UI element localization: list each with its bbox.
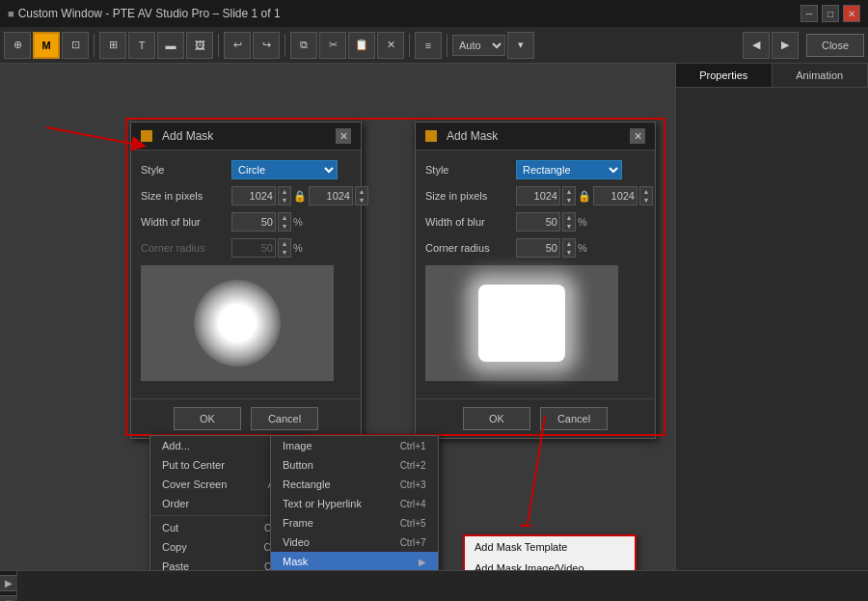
dialog-2-size-w-spinner[interactable]: ▲▼ [562, 186, 576, 205]
dialog-2-preview [425, 265, 618, 381]
tab-animation[interactable]: Animation [773, 64, 869, 87]
mask-template[interactable]: Add Mask Template [465, 536, 635, 558]
zoom-select[interactable]: Auto 100% 75% 50% [452, 35, 505, 56]
dialog-1-size-w-spinner[interactable]: ▲▼ [278, 186, 291, 205]
dialog-2-size-h-spinner[interactable]: ▲▼ [639, 186, 653, 205]
preview-rectangle [478, 285, 565, 362]
dialog-1-style-label: Style [141, 164, 226, 176]
dialog-1-title-bar[interactable]: Add Mask ✕ [131, 123, 361, 150]
nav-prev[interactable]: ◀ [743, 32, 770, 59]
submenu-frame[interactable]: Frame Ctrl+5 [271, 513, 438, 533]
dialog-2-blur-spinner[interactable]: ▲▼ [562, 212, 576, 232]
dialog-1-size-label: Size in pixels [141, 190, 226, 202]
dialog-1-close[interactable]: ✕ [336, 128, 351, 144]
tool-grid[interactable]: ⊞ [99, 32, 126, 59]
dialog-1-size-w[interactable] [231, 186, 276, 205]
tool-align[interactable]: ≡ [415, 32, 442, 59]
tool-delete[interactable]: ✕ [377, 32, 404, 59]
submenu-rectangle[interactable]: Rectangle Ctrl+3 [271, 475, 438, 494]
submenu-rectangle-label: Rectangle [283, 478, 331, 490]
close-button[interactable]: ✕ [843, 5, 860, 22]
dialog-2-size-label: Size in pixels [425, 190, 510, 202]
add-mask-dialog-2: Add Mask ✕ Style Circle Rectangle Size i… [415, 122, 656, 439]
slide-area: Add Mask ✕ Style Circle Rectangle Size i… [0, 64, 675, 570]
dialog-1-corner-spinner: ▲▼ [278, 238, 291, 258]
add-submenu: Image Ctrl+1 Button Ctrl+2 Rectangle Ctr… [270, 435, 439, 570]
submenu-button-shortcut: Ctrl+2 [400, 460, 426, 471]
dialog-2-blur-row: Width of blur ▲▼ % [425, 212, 645, 232]
minimize-button[interactable]: ─ [800, 5, 818, 22]
tab-properties[interactable]: Properties [676, 64, 773, 87]
submenu-frame-shortcut: Ctrl+5 [400, 518, 426, 529]
dialog-2-close[interactable]: ✕ [630, 128, 645, 144]
right-panel: Properties Animation [675, 64, 868, 570]
dialog-2-blur-input[interactable] [516, 212, 560, 232]
menu-cut-label: Cut [162, 522, 178, 533]
tool-image[interactable]: 🖼 [186, 32, 213, 59]
maximize-button[interactable]: □ [822, 5, 839, 22]
submenu-mask[interactable]: Mask ▶ [271, 552, 438, 570]
tool-mask[interactable]: M [33, 32, 60, 59]
dialog-2-title-bar[interactable]: Add Mask ✕ [416, 123, 655, 150]
tool-text[interactable]: T [128, 32, 155, 59]
submenu-video[interactable]: Video Ctrl+7 [271, 533, 438, 552]
dialog-2-size-h[interactable] [593, 186, 637, 205]
dialog-1-cancel[interactable]: Cancel [251, 407, 318, 430]
submenu-mask-arrow: ▶ [419, 557, 426, 567]
dialog-2-corner-inputs: ▲▼ % [516, 238, 587, 258]
tool-cut[interactable]: ✂ [319, 32, 346, 59]
dialog-1-blur-spinner[interactable]: ▲▼ [278, 212, 291, 232]
dialog-1-corner-pct: % [293, 242, 303, 254]
dialog-2-size-row: Size in pixels ▲▼ 🔒 ▲▼ [425, 186, 645, 205]
tool-frame[interactable]: ⊡ [62, 32, 89, 59]
dialog-1-size-row: Size in pixels ▲▼ 🔒 ▲▼ [141, 186, 351, 205]
add-mask-dialog-1: Add Mask ✕ Style Circle Rectangle Size i… [130, 122, 362, 439]
dialog-1-corner-label: Corner radius [141, 242, 226, 254]
dialog-2-style-select[interactable]: Circle Rectangle [516, 160, 622, 179]
tool-redo[interactable]: ↪ [253, 32, 280, 59]
submenu-button[interactable]: Button Ctrl+2 [271, 455, 438, 475]
mask-image-video-label: Add Mask Image/Video [475, 562, 584, 570]
tool-move[interactable]: ⊕ [4, 32, 31, 59]
dialog-1-size-h[interactable] [309, 186, 353, 205]
title-bar: ■ Custom Window - PTE AV Studio Pro – Sl… [0, 0, 868, 27]
lock-icon-1: 🔒 [293, 190, 307, 203]
dialog-2-size-w[interactable] [516, 186, 560, 205]
dialog-2-corner-spinner[interactable]: ▲▼ [562, 238, 576, 258]
dialog-1-size-h-spinner[interactable]: ▲▼ [355, 186, 368, 205]
dialog-2-title-text: Add Mask [447, 129, 498, 143]
toolbar: ⊕ M ⊡ ⊞ T ▬ 🖼 ↩ ↪ ⧉ ✂ 📋 ✕ ≡ Auto 100% 75… [0, 27, 868, 64]
submenu-image[interactable]: Image Ctrl+1 [271, 436, 438, 455]
mask-template-label: Add Mask Template [475, 541, 567, 553]
toolbar-separator-3 [285, 34, 285, 57]
dialog-2-size-inputs: ▲▼ 🔒 ▲▼ [516, 186, 653, 205]
tool-undo[interactable]: ↩ [224, 32, 251, 59]
submenu-button-label: Button [283, 459, 313, 471]
dialog-1-ok[interactable]: OK [174, 407, 241, 430]
dialog-2-corner-row: Corner radius ▲▼ % [425, 238, 645, 258]
submenu-video-shortcut: Ctrl+7 [400, 537, 426, 548]
tl-btn-1[interactable]: ▶ [0, 575, 18, 591]
zoom-dropdown[interactable]: ▾ [507, 32, 534, 59]
tool-copy[interactable]: ⧉ [290, 32, 317, 59]
dialog-2-corner-label: Corner radius [425, 242, 510, 254]
dialog-1-corner-inputs: ▲▼ % [231, 238, 303, 258]
tool-rect[interactable]: ▬ [157, 32, 184, 59]
dialog-2-corner-input[interactable] [516, 238, 560, 258]
close-editor-button[interactable]: Close [806, 34, 864, 57]
dialog-1-style-select[interactable]: Circle Rectangle [231, 160, 338, 179]
mask-image-video[interactable]: Add Mask Image/Video [465, 558, 635, 570]
timeline-content [17, 571, 868, 601]
tl-btn-2[interactable]: ⏹ [0, 595, 18, 601]
dialog-2-buttons: OK Cancel [416, 398, 655, 438]
tool-paste[interactable]: 📋 [348, 32, 375, 59]
nav-next[interactable]: ▶ [772, 32, 799, 59]
dialog-icon-2 [425, 130, 437, 142]
dialog-2-cancel[interactable]: Cancel [540, 407, 608, 430]
dialog-1-blur-input[interactable] [231, 212, 276, 232]
submenu-text[interactable]: Text or Hyperlink Ctrl+4 [271, 494, 438, 513]
submenu-image-shortcut: Ctrl+1 [400, 441, 426, 451]
dialog-2-ok[interactable]: OK [463, 407, 530, 430]
menu-add-label: Add... [162, 440, 190, 451]
menu-center-label: Put to Center [162, 459, 225, 471]
